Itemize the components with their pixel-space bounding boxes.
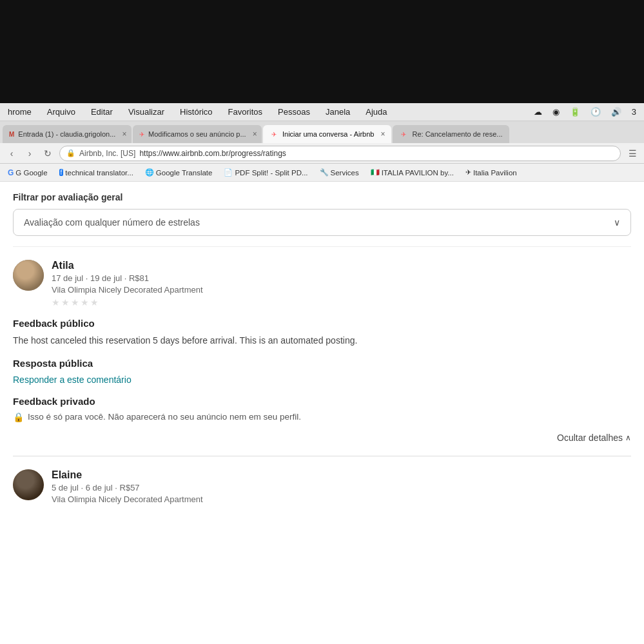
reviewer-info-elaine: Elaine 5 de jul · 6 de jul · R$57 Vila O… <box>52 469 631 507</box>
avatar-atila-img <box>13 260 44 291</box>
reviewer-meta-atila: 17 de jul · 19 de jul · R$81 <box>52 273 631 283</box>
reviewer-property-elaine: Vila Olimpia Nicely Decorated Apartment <box>52 494 631 504</box>
menu-item-editar[interactable]: Editar <box>88 106 115 118</box>
bookmark-translator[interactable]: f technical translator... <box>55 168 137 178</box>
avatar-atila <box>13 260 44 291</box>
menu-item-ajuda[interactable]: Ajuda <box>363 106 389 118</box>
bookmark-services-label: Services <box>331 169 359 177</box>
chevron-up-icon: ∧ <box>625 433 631 442</box>
tab-gmail-label: Entrada (1) - claudia.grigolon... <box>18 130 115 138</box>
pdf-favicon: 📄 <box>224 168 233 177</box>
forward-button[interactable]: › <box>23 147 36 160</box>
star-3: ★ <box>71 297 79 307</box>
screen-wrapper: hrome Arquivo Editar Visualizar Históric… <box>0 0 644 644</box>
pavilion-favicon: ✈ <box>465 168 471 177</box>
bookmark-gtranslate-label: Google Translate <box>156 169 213 177</box>
review-header-atila: Atila 17 de jul · 19 de jul · R$81 Vila … <box>13 260 631 307</box>
time-icon: 🕐 <box>588 106 603 118</box>
review-header-elaine: Elaine 5 de jul · 6 de jul · R$57 Vila O… <box>13 469 631 507</box>
url-text: https://www.airbnb.com.br/progress/ratin… <box>139 149 286 158</box>
tab-modificamos[interactable]: ✈ Modificamos o seu anúncio p... × <box>133 125 262 143</box>
tab-modificamos-close[interactable]: × <box>253 130 257 139</box>
lock-icon: 🔒 <box>66 149 75 157</box>
bookmark-pdf-label: PDF Split! - Split PD... <box>235 169 307 177</box>
resposta-publica-label: Resposta pública <box>13 358 631 369</box>
tab-cancelamento-label: Re: Cancelamento de rese... <box>412 130 502 138</box>
time-display: 3 <box>629 106 639 118</box>
bookmark-gtranslate[interactable]: 🌐 Google Translate <box>141 167 217 178</box>
reviewer-meta-elaine: 5 de jul · 6 de jul · R$57 <box>52 483 631 493</box>
filter-section: Filtrar por avaliação geral Avaliação co… <box>13 192 631 236</box>
menu-bar: hrome Arquivo Editar Visualizar Históric… <box>0 103 644 121</box>
laptop-bezel-top <box>0 0 644 106</box>
reviewer-property-atila: Vila Olimpia Nicely Decorated Apartment <box>52 285 631 295</box>
avatar-elaine-img <box>13 469 44 500</box>
extensions-icon[interactable]: ☰ <box>626 147 639 160</box>
tab-iniciar[interactable]: ✈ Iniciar uma conversa - Airbnb × <box>263 125 391 143</box>
review-card-atila: Atila 17 de jul · 19 de jul · R$81 Vila … <box>13 246 631 456</box>
menu-item-arquivo[interactable]: Arquivo <box>44 106 78 118</box>
bookmark-pavilion-label: Italia Pavilion <box>473 169 517 177</box>
bookmark-pdf[interactable]: 📄 PDF Split! - Split PD... <box>220 167 311 178</box>
bookmark-services[interactable]: 🔧 Services <box>316 167 363 178</box>
menu-item-pessoas[interactable]: Pessoas <box>275 106 313 118</box>
volume-icon: 🔊 <box>609 106 624 118</box>
menu-item-favoritos[interactable]: Favoritos <box>226 106 265 118</box>
address-bar: ‹ › ↻ 🔒 Airbnb, Inc. [US] https://www.ai… <box>0 143 644 164</box>
wifi-icon: ◉ <box>550 106 562 118</box>
menu-item-visualizar[interactable]: Visualizar <box>126 106 167 118</box>
feedback-privado-content: 🔒 Isso é só para você. Não aparecerá no … <box>13 412 631 422</box>
feedback-privado-label: Feedback privado <box>13 396 631 407</box>
menu-item-historico[interactable]: Histórico <box>177 106 215 118</box>
back-button[interactable]: ‹ <box>5 147 18 160</box>
ocultar-detalhes-label: Ocultar detalhes <box>557 433 623 443</box>
main-content: Filtrar por avaliação geral Avaliação co… <box>0 182 644 644</box>
tab-gmail-close[interactable]: × <box>122 130 126 139</box>
menu-item-janela[interactable]: Janela <box>323 106 353 118</box>
bookmark-italia[interactable]: 🇮🇹 ITALIA PAVILION by... <box>367 167 458 178</box>
gtranslate-favicon: 🌐 <box>145 168 154 177</box>
filter-dropdown[interactable]: Avaliação com qualquer número de estrela… <box>13 209 631 236</box>
services-favicon: 🔧 <box>320 168 329 177</box>
gmail-favicon: M <box>9 130 14 139</box>
tab-gmail[interactable]: M Entrada (1) - claudia.grigolon... × <box>3 125 132 143</box>
airbnb-favicon-3: ✈ <box>399 130 408 139</box>
filter-label: Filtrar por avaliação geral <box>13 192 631 202</box>
feedback-publico-label: Feedback público <box>13 318 631 329</box>
bookmark-italia-label: ITALIA PAVILION by... <box>382 169 454 177</box>
tab-iniciar-close[interactable]: × <box>380 130 385 139</box>
filter-dropdown-value: Avaliação com qualquer número de estrela… <box>24 217 200 228</box>
tab-modificamos-label: Modificamos o seu anúncio p... <box>148 130 246 138</box>
system-icons: ☁ ◉ 🔋 🕐 🔊 3 <box>531 106 639 118</box>
responder-link[interactable]: Responder a este comentário <box>13 375 132 385</box>
bookmark-google[interactable]: G G Google <box>4 167 52 179</box>
battery-icon: 🔋 <box>567 106 583 118</box>
feedback-privado-lock-icon: 🔒 <box>13 412 24 422</box>
tab-cancelamento[interactable]: ✈ Re: Cancelamento de rese... <box>393 125 509 143</box>
bookmarks-bar: G G Google f technical translator... 🌐 G… <box>0 164 644 182</box>
menu-item-chrome[interactable]: hrome <box>5 106 34 118</box>
bookmark-pavilion[interactable]: ✈ Italia Pavilion <box>462 167 521 178</box>
avatar-elaine <box>13 469 44 500</box>
star-1: ★ <box>52 297 60 307</box>
airbnb-favicon-2: ✈ <box>269 130 278 139</box>
star-5: ★ <box>90 297 99 307</box>
url-box[interactable]: 🔒 Airbnb, Inc. [US] https://www.airbnb.c… <box>59 146 621 161</box>
cloud-icon: ☁ <box>531 106 545 118</box>
google-favicon: G <box>8 168 14 177</box>
star-rating-atila: ★ ★ ★ ★ ★ <box>52 297 631 307</box>
reviewer-name-atila: Atila <box>52 260 631 271</box>
tab-iniciar-label: Iniciar uma conversa - Airbnb <box>282 130 374 138</box>
star-4: ★ <box>81 297 89 307</box>
translator-favicon: f <box>59 169 64 176</box>
reviewer-info-atila: Atila 17 de jul · 19 de jul · R$81 Vila … <box>52 260 631 307</box>
tab-bar: M Entrada (1) - claudia.grigolon... × ✈ … <box>0 121 644 143</box>
ocultar-detalhes-button[interactable]: Ocultar detalhes ∧ <box>13 433 631 443</box>
feedback-privado-text: Isso é só para você. Não aparecerá no se… <box>28 412 301 422</box>
chevron-down-icon: ∨ <box>614 217 620 228</box>
italia-favicon: 🇮🇹 <box>371 168 380 177</box>
bookmark-translator-label: technical translator... <box>65 169 133 177</box>
refresh-button[interactable]: ↻ <box>41 147 54 160</box>
star-2: ★ <box>61 297 70 307</box>
url-company: Airbnb, Inc. [US] <box>79 149 135 158</box>
